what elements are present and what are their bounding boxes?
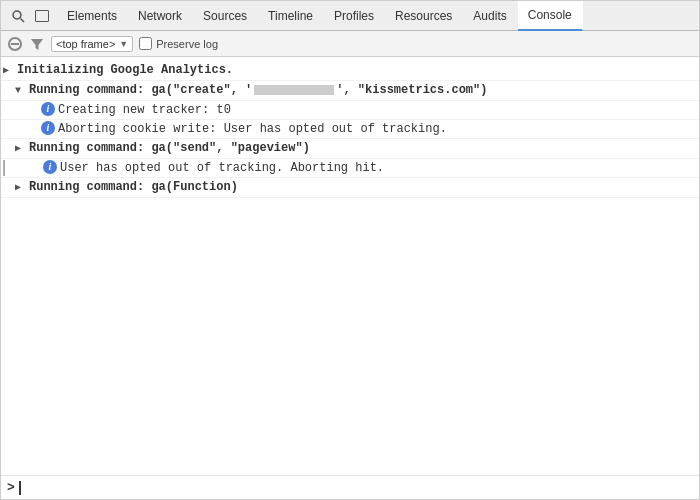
device-icon[interactable] xyxy=(33,7,51,25)
svg-marker-2 xyxy=(31,39,43,50)
frame-selector[interactable]: <top frame> ▼ xyxy=(51,36,133,52)
tab-network[interactable]: Network xyxy=(128,1,193,31)
expand-arrow-cmd3[interactable] xyxy=(15,180,27,196)
log-entry-cmd1-child1: i Creating new tracker: t0 xyxy=(1,101,699,120)
cmd2-text: Running command: ga("send", "pageview") xyxy=(29,141,310,155)
devtools-window: Elements Network Sources Timeline Profil… xyxy=(0,0,700,500)
expand-arrow-cmd2[interactable] xyxy=(15,141,27,157)
clear-console-icon[interactable] xyxy=(7,36,23,52)
frame-dropdown-arrow: ▼ xyxy=(119,39,128,49)
tab-elements[interactable]: Elements xyxy=(57,1,128,31)
tab-resources[interactable]: Resources xyxy=(385,1,463,31)
info-icon-1: i xyxy=(41,102,55,116)
expand-arrow-init[interactable] xyxy=(3,63,15,79)
log-entry-cmd2-child1: i User has opted out of tracking. Aborti… xyxy=(1,159,699,178)
svg-point-0 xyxy=(13,11,21,19)
indent-cmd2-child xyxy=(3,160,7,176)
log-entry-cmd3: Running command: ga(Function) xyxy=(1,178,699,198)
tab-audits[interactable]: Audits xyxy=(463,1,517,31)
log-entry-init: Initializing Google Analytics. xyxy=(1,61,699,81)
nav-tabs: Elements Network Sources Timeline Profil… xyxy=(57,1,691,31)
console-cursor xyxy=(19,481,21,495)
svg-line-1 xyxy=(21,18,25,22)
console-input-row: > xyxy=(1,475,699,499)
cmd3-text: Running command: ga(Function) xyxy=(29,180,238,194)
log-entry-cmd1-child2: i Aborting cookie write: User has opted … xyxy=(1,120,699,139)
tab-timeline[interactable]: Timeline xyxy=(258,1,324,31)
log-entry-cmd1: Running command: ga("create", '', "kissm… xyxy=(1,81,699,101)
preserve-log-control[interactable]: Preserve log xyxy=(139,37,218,50)
preserve-log-checkbox[interactable] xyxy=(139,37,152,50)
redacted-value xyxy=(254,85,334,95)
info-icon-2: i xyxy=(41,121,55,135)
log-text-cmd2-child: User has opted out of tracking. Aborting… xyxy=(60,160,695,176)
log-text-child1: Creating new tracker: t0 xyxy=(58,102,695,118)
info-icon-3: i xyxy=(43,160,57,174)
console-output: Initializing Google Analytics. Running c… xyxy=(1,57,699,475)
preserve-log-label: Preserve log xyxy=(156,38,218,50)
console-toolbar: <top frame> ▼ Preserve log xyxy=(1,31,699,57)
expand-arrow-cmd1[interactable] xyxy=(15,83,27,99)
console-prompt: > xyxy=(7,480,15,495)
tab-profiles[interactable]: Profiles xyxy=(324,1,385,31)
filter-icon[interactable] xyxy=(29,36,45,52)
search-icon[interactable] xyxy=(9,7,27,25)
tab-sources[interactable]: Sources xyxy=(193,1,258,31)
tab-console[interactable]: Console xyxy=(518,1,583,31)
top-toolbar: Elements Network Sources Timeline Profil… xyxy=(1,1,699,31)
log-text-child2: Aborting cookie write: User has opted ou… xyxy=(58,121,695,137)
log-entry-cmd2: Running command: ga("send", "pageview") xyxy=(1,139,699,159)
